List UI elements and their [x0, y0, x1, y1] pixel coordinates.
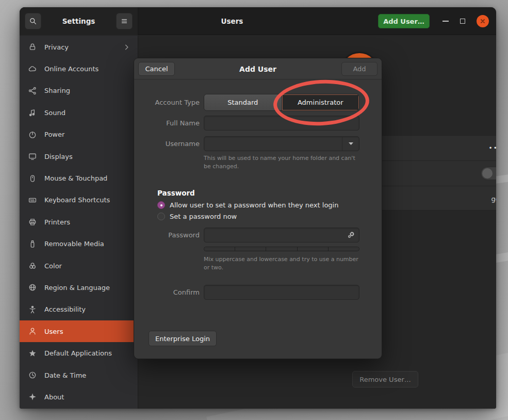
page-title: Users — [138, 7, 326, 35]
sidebar-item-label: Date & Time — [44, 371, 86, 379]
removable-media-icon — [28, 239, 37, 249]
sparkle-icon — [28, 392, 37, 401]
titlebar: Settings Users Add User… — [20, 7, 496, 35]
globe-icon — [28, 283, 37, 292]
minimize-icon[interactable] — [443, 21, 449, 22]
password-hint: Mix uppercase and lowercase and try to u… — [204, 255, 358, 272]
radio-set-now-row[interactable]: Set a password now — [157, 213, 237, 220]
close-icon[interactable] — [477, 15, 489, 27]
add-user-button[interactable]: Add User… — [378, 14, 430, 28]
username-dropdown-button[interactable] — [342, 137, 359, 151]
confirm-input[interactable] — [204, 285, 359, 300]
sidebar-item-label: Users — [44, 328, 63, 335]
sidebar-item-online-accounts[interactable]: Online Accounts — [20, 58, 138, 79]
password-dots: ••••• — [489, 144, 496, 152]
caret-down-icon — [348, 142, 354, 146]
password-section-heading: Password — [157, 189, 195, 197]
sidebar-item-label: Displays — [44, 153, 73, 160]
sidebar-item-label: Default Applications — [44, 349, 112, 357]
sidebar-item-label: About — [44, 393, 64, 401]
share-icon — [28, 86, 37, 95]
settings-window: Settings Users Add User… PrivacyOnline A… — [20, 7, 496, 409]
sidebar-item-users[interactable]: Users — [20, 320, 138, 342]
sidebar-headerbar: Settings — [20, 7, 138, 35]
radio-next-login-row[interactable]: Allow user to set a password when they n… — [157, 201, 338, 209]
search-icon — [29, 17, 37, 25]
account-type-toggle: Standard Administrator — [204, 94, 359, 111]
generate-password-icon[interactable] — [347, 231, 355, 239]
sidebar-item-label: Removable Media — [44, 240, 104, 248]
mouse-icon — [28, 174, 37, 183]
standard-button[interactable]: Standard — [204, 94, 282, 110]
primary-menu-button[interactable] — [116, 13, 133, 29]
sidebar-item-mouse-touchpad[interactable]: Mouse & Touchpad — [20, 167, 138, 189]
printer-icon — [28, 217, 37, 227]
password-strength-meter — [204, 247, 359, 251]
confirm-label: Confirm — [134, 288, 200, 296]
sidebar-item-label: Mouse & Touchpad — [44, 174, 107, 182]
chevron-right-icon — [123, 43, 130, 51]
sidebar-item-label: Color — [44, 262, 62, 270]
username-hint: This will be used to name your home fold… — [204, 154, 358, 171]
password-input[interactable] — [204, 228, 359, 243]
accessibility-icon — [28, 305, 37, 314]
window-controls — [443, 7, 489, 35]
toggle-switch[interactable] — [481, 167, 496, 180]
remove-user-button[interactable]: Remove User… — [352, 371, 418, 387]
sidebar-item-date-time[interactable]: Date & Time — [20, 364, 138, 386]
username-input[interactable] — [204, 136, 359, 151]
password-label: Password — [134, 231, 200, 239]
sidebar-item-label: Sharing — [44, 87, 70, 94]
color-icon — [28, 261, 37, 270]
users-icon — [28, 327, 37, 336]
sidebar-item-label: Sound — [44, 109, 65, 117]
clock-icon — [28, 370, 37, 380]
sidebar-item-removable-media[interactable]: Removable Media — [20, 233, 138, 255]
sidebar-item-label: Keyboard Shortcuts — [44, 196, 110, 204]
sidebar-item-keyboard-shortcuts[interactable]: Keyboard Shortcuts — [20, 189, 138, 211]
cloud-icon — [28, 64, 37, 74]
search-button[interactable] — [25, 13, 41, 29]
radio-unchecked-icon[interactable] — [157, 213, 165, 220]
sound-icon — [28, 108, 37, 117]
sidebar-item-color[interactable]: Color — [20, 255, 138, 277]
hamburger-menu-icon — [120, 17, 128, 25]
sidebar-item-displays[interactable]: Displays — [20, 146, 138, 167]
sidebar-item-privacy[interactable]: Privacy — [20, 36, 138, 58]
add-user-dialog: Cancel Add User Add Account Type Standar… — [134, 58, 382, 359]
keyboard-icon — [28, 196, 37, 205]
partial-row-label: ged in — [491, 195, 497, 203]
maximize-icon[interactable] — [460, 19, 465, 24]
radio-next-login-label: Allow user to set a password when they n… — [170, 201, 338, 209]
sidebar-item-printers[interactable]: Printers — [20, 211, 138, 233]
sidebar-item-power[interactable]: Power — [20, 124, 138, 146]
power-icon — [28, 130, 37, 139]
sidebar-item-sharing[interactable]: Sharing — [20, 80, 138, 102]
lock-icon — [28, 42, 37, 52]
sidebar-item-label: Printers — [44, 218, 70, 226]
account-type-label: Account Type — [134, 99, 200, 106]
sidebar-item-label: Accessibility — [44, 305, 86, 313]
sidebar-item-about[interactable]: About — [20, 386, 138, 408]
radio-checked-icon[interactable] — [157, 201, 165, 209]
toggle-knob — [482, 168, 493, 179]
add-button[interactable]: Add — [341, 62, 378, 76]
sidebar-item-accessibility[interactable]: Accessibility — [20, 299, 138, 320]
full-name-label: Full Name — [134, 119, 200, 127]
star-icon — [28, 349, 37, 358]
sidebar-item-default-applications[interactable]: Default Applications — [20, 342, 138, 364]
username-label: Username — [134, 140, 200, 148]
display-icon — [28, 152, 37, 161]
radio-set-now-label: Set a password now — [170, 213, 237, 220]
sidebar-item-label: Online Accounts — [44, 65, 99, 73]
sidebar-item-label: Power — [44, 131, 64, 138]
full-name-input[interactable] — [204, 116, 359, 131]
enterprise-login-button[interactable]: Enterprise Login — [149, 331, 217, 346]
administrator-button[interactable]: Administrator — [282, 94, 359, 110]
sidebar-item-region-language[interactable]: Region & Language — [20, 277, 138, 298]
sidebar-item-sound[interactable]: Sound — [20, 102, 138, 123]
dialog-header: Cancel Add User Add — [134, 58, 382, 79]
sidebar: PrivacyOnline AccountsSharingSoundPowerD… — [20, 36, 138, 409]
sidebar-item-label: Region & Language — [44, 284, 110, 292]
sidebar-item-label: Privacy — [44, 43, 69, 51]
